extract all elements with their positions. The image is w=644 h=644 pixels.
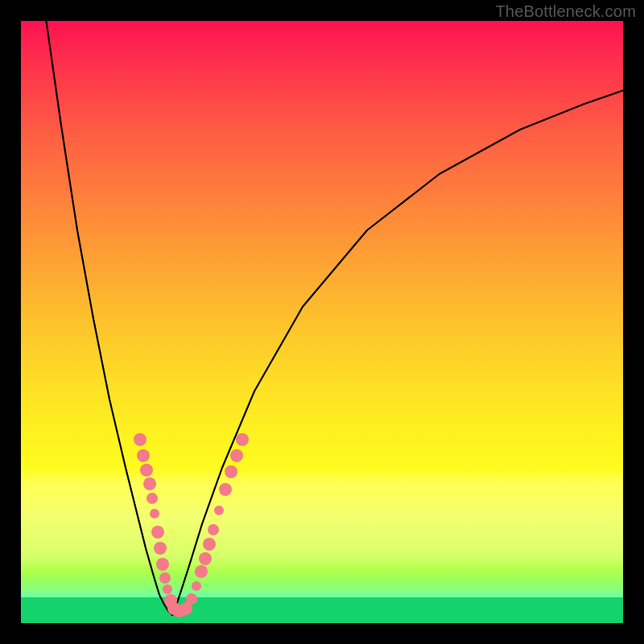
marker-dot xyxy=(195,565,208,578)
marker-dot xyxy=(208,524,219,535)
curve-right-branch xyxy=(172,89,623,615)
marker-dot xyxy=(159,572,171,584)
marker-dot xyxy=(192,581,201,591)
marker-dot xyxy=(137,449,150,462)
marker-dot xyxy=(150,509,159,518)
marker-dot xyxy=(230,449,243,462)
marker-dot xyxy=(186,593,197,605)
marker-dot xyxy=(134,433,147,446)
marker-dot xyxy=(225,465,237,478)
marker-dot xyxy=(140,464,153,477)
marker-dot xyxy=(147,493,158,504)
marker-dot xyxy=(236,433,249,446)
curve-left-branch xyxy=(45,21,172,615)
marker-dot xyxy=(203,538,216,551)
marker-dot xyxy=(143,477,156,490)
marker-dot xyxy=(163,584,172,594)
marker-dot xyxy=(199,552,212,565)
bottleneck-curve xyxy=(21,21,623,623)
marker-dot xyxy=(156,558,169,571)
marker-dot xyxy=(214,506,224,515)
marker-dot xyxy=(154,542,167,555)
marker-dot xyxy=(151,526,164,539)
marker-dot xyxy=(219,483,232,496)
watermark-text: TheBottleneck.com xyxy=(495,2,636,21)
chart-area xyxy=(21,21,623,623)
